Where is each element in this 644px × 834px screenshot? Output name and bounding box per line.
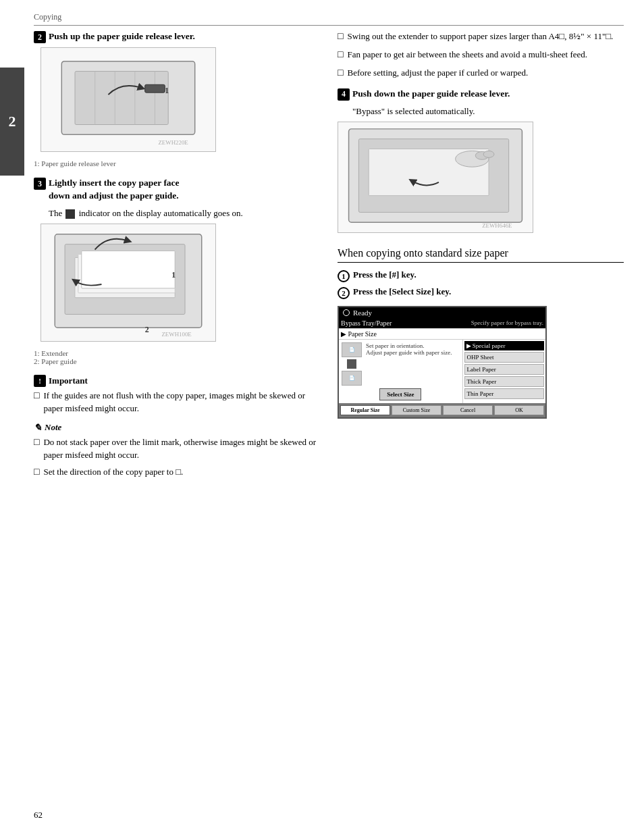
note-title: ✎ Note: [34, 422, 324, 434]
step-3-body: The indicator on the display automatical…: [49, 207, 324, 220]
screen-text-1: Set paper in orientation.: [366, 342, 460, 349]
note-text-2: Set the direction of the copy paper to □…: [43, 466, 324, 479]
screen-icon-column: 📄 📄: [342, 342, 362, 386]
step-4-body: "Bypass" is selected automatically.: [352, 105, 624, 118]
step-3-num: 3: [34, 178, 46, 190]
page-container: Copying 2 2 Push up the paper guide rele…: [0, 0, 644, 834]
sidebar-tab: 2: [0, 68, 24, 176]
important-title: ! Important: [34, 375, 324, 387]
step-4-num: 4: [338, 88, 350, 101]
select-size-button[interactable]: Select Size: [379, 388, 421, 400]
step-3-block: 3 Lightly insert the copy paper face dow…: [34, 177, 324, 365]
svg-rect-1: [75, 72, 168, 125]
sidebar-tab-label: 2: [9, 113, 16, 130]
screen-mockup: Ready Bypass Tray/Paper Specify paper fo…: [338, 306, 547, 419]
cancel-button[interactable]: Cancel: [443, 405, 493, 415]
substep-2-num: 2: [338, 287, 350, 299]
bypass-note: "Bypass" is selected automatically.: [352, 106, 475, 116]
bullet-symbol-2: □: [34, 436, 39, 462]
important-text-1: If the guides are not flush with the cop…: [43, 390, 324, 415]
svg-rect-13: [82, 251, 175, 288]
substep-1: 1 Press the [#] key.: [338, 269, 624, 282]
step-4-heading: 4 Push down the paper guide release leve…: [338, 88, 624, 101]
section-title: When copying onto standard size paper: [338, 247, 624, 263]
breadcrumb: Copying: [34, 12, 61, 22]
step-3-caption: 1: Extender 2: Paper guide: [34, 349, 324, 365]
svg-text:ZEWH220E: ZEWH220E: [158, 139, 188, 146]
svg-text:ZEWH100E: ZEWH100E: [161, 331, 191, 338]
screen-icon-1: 📄: [342, 342, 362, 357]
screen-icons-row: 📄 📄 Set paper in orientation. Adjust pap…: [342, 342, 460, 386]
right-bullet-1: □ Swing out the extender to support pape…: [338, 30, 624, 43]
important-icon: !: [34, 375, 46, 387]
note-icon: ✎: [34, 422, 42, 434]
ok-button[interactable]: OK: [494, 405, 544, 415]
indicator-icon: [65, 209, 75, 219]
screen-text-2: Adjust paper guide with paper size.: [366, 349, 460, 356]
bullet-symbol-3: □: [34, 466, 39, 479]
note-text-1: Do not stack paper over the limit mark, …: [43, 436, 324, 462]
svg-text:1: 1: [171, 270, 176, 280]
note-block: ✎ Note □ Do not stack paper over the lim…: [34, 422, 324, 479]
screen-header: Ready: [339, 307, 545, 318]
screen-row-2: ▶ Paper Size: [339, 329, 545, 340]
screen-right-item-thin: Thin Paper: [464, 388, 544, 399]
svg-point-22: [483, 151, 494, 158]
screen-text-area: Set paper in orientation. Adjust paper g…: [366, 342, 460, 386]
substep-2: 2 Press the [Select Size] key.: [338, 286, 624, 299]
select-size-area: Select Size: [342, 388, 460, 400]
substep-2-text: Press the [Select Size] key.: [353, 286, 451, 297]
screen-right-panel: ▶ Special paper OHP Sheet Label Paper Th…: [463, 340, 545, 403]
regular-size-button[interactable]: Regular Size: [340, 405, 390, 415]
right-column: □ Swing out the extender to support pape…: [338, 30, 624, 814]
indicator-text-after: indicator on the display automatically g…: [79, 208, 243, 218]
important-block: ! Important □ If the guides are not flus…: [34, 375, 324, 415]
screen-right-item-ohp: OHP Sheet: [464, 352, 544, 363]
screen-bottom-buttons: Regular Size Custom Size Cancel OK: [339, 403, 545, 417]
custom-size-button[interactable]: Custom Size: [392, 405, 441, 415]
screen-header-text: Ready: [353, 309, 372, 317]
page-number: 62: [34, 810, 43, 820]
screen-right-item-label: Label Paper: [464, 364, 544, 375]
step-3-heading: 3 Lightly insert the copy paper face dow…: [34, 177, 324, 203]
svg-text:1: 1: [165, 86, 169, 95]
page-header: Copying: [34, 12, 624, 26]
substep-1-num: 1: [338, 270, 350, 282]
screen-row-1: Bypass Tray/Paper Specify paper for bypa…: [339, 318, 545, 329]
step-3-text: Lightly insert the copy paper face down …: [49, 177, 180, 203]
step-2-text: Push up the paper guide release lever.: [49, 30, 195, 43]
note-bullet-2: □ Set the direction of the copy paper to…: [34, 466, 324, 479]
step-2-heading: 2 Push up the paper guide release lever.: [34, 30, 324, 43]
step-2-caption: 1: Paper guide release lever: [34, 159, 324, 167]
step-2-num: 2: [34, 31, 46, 43]
arrow-icon: ▶: [341, 330, 348, 338]
left-column: 2 Push up the paper guide release lever.: [34, 30, 324, 814]
step-2-block: 2 Push up the paper guide release lever.: [34, 30, 324, 167]
svg-rect-6: [145, 84, 165, 93]
step-3-illustration: 1 2 ZEWH100E: [41, 224, 216, 342]
screen-icon-2: 📄: [342, 371, 362, 386]
screen-left-panel: 📄 📄 Set paper in orientation. Adjust pap…: [339, 340, 463, 403]
step-4-illustration: ZEWH646E: [338, 122, 533, 233]
screen-right-item-special: ▶ Special paper: [464, 341, 544, 350]
screen-arrow-icon: [347, 359, 356, 369]
bullet-symbol: □: [34, 390, 39, 415]
svg-text:ZEWH646E: ZEWH646E: [482, 222, 512, 229]
step-2-illustration: 1 ZEWH220E: [41, 47, 216, 152]
screen-body: 📄 📄 Set paper in orientation. Adjust pap…: [339, 340, 545, 403]
step-4-text: Push down the paper guide release lever.: [352, 88, 510, 101]
ready-circle-icon: [343, 309, 350, 316]
indicator-text-before: The: [49, 208, 62, 218]
right-bullet-2: □ Fan paper to get air between the sheet…: [338, 49, 624, 61]
screen-right-item-thick: Thick Paper: [464, 376, 544, 387]
substep-1-text: Press the [#] key.: [353, 269, 417, 280]
important-bullet-1: □ If the guides are not flush with the c…: [34, 390, 324, 415]
right-bullet-3: □ Before setting, adjust the paper if cu…: [338, 67, 624, 80]
svg-text:2: 2: [145, 325, 149, 334]
step-4-block: 4 Push down the paper guide release leve…: [338, 88, 624, 238]
note-bullet-1: □ Do not stack paper over the limit mark…: [34, 436, 324, 462]
main-content: 2 Push up the paper guide release lever.: [34, 30, 624, 814]
